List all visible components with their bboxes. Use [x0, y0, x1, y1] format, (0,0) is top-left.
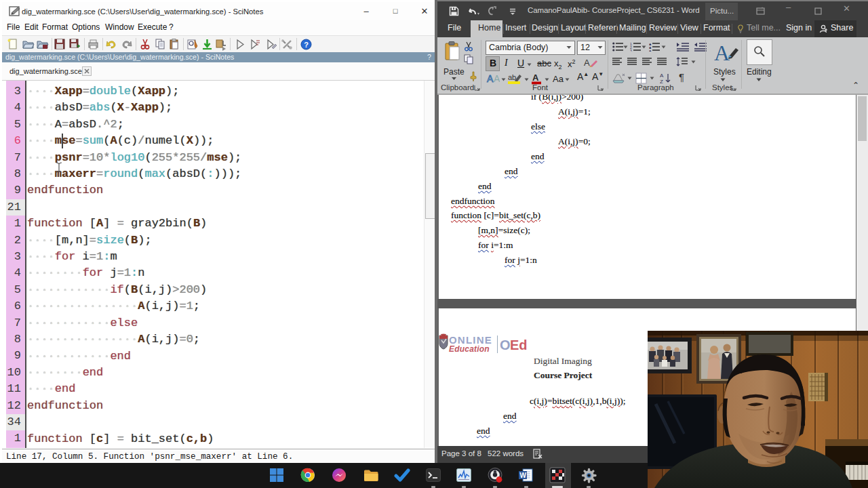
svg-text:Ed: Ed	[510, 338, 528, 352]
svg-text:3: 3	[630, 49, 632, 52]
svg-text:A: A	[494, 73, 500, 84]
svg-text:A: A	[584, 58, 590, 68]
svg-text:A: A	[660, 73, 664, 79]
svg-text:W: W	[520, 472, 527, 479]
svg-text:ab: ab	[508, 73, 516, 81]
svg-text:A: A	[487, 73, 494, 84]
svg-text:■: ■	[649, 49, 651, 52]
svg-text:Education: Education	[449, 344, 490, 354]
svg-text:O: O	[500, 338, 511, 352]
svg-text:?: ?	[304, 41, 309, 49]
svg-text:A: A	[532, 73, 539, 83]
svg-text:A: A	[714, 41, 730, 64]
